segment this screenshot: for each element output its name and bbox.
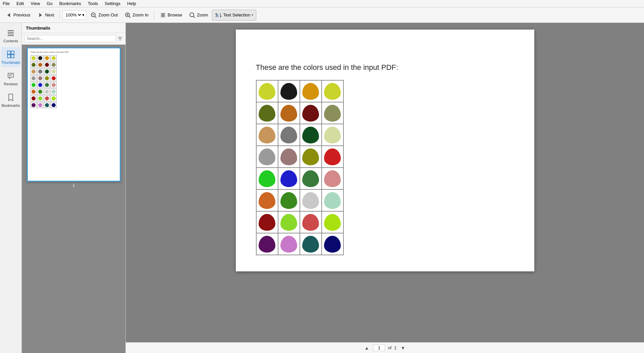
browse-button[interactable]: Browse (157, 10, 185, 20)
zoom-tool-button[interactable]: Zoom (186, 10, 211, 20)
zoom-select[interactable]: 50% 75% 100% 125% 150% 200% (64, 12, 82, 18)
color-cell (278, 168, 300, 189)
page-next-button[interactable]: ▼ (399, 345, 407, 351)
thumbnail-page-1[interactable]: These are the colors used in the input P… (24, 47, 123, 188)
thumbnails-label: Thumbnails (1, 60, 20, 64)
zoom-in-icon (124, 12, 131, 18)
sidebar-item-bookmarks[interactable]: Bookmarks (1, 90, 20, 110)
thumbnails-list[interactable]: These are the colors used in the input P… (22, 45, 125, 353)
text-selection-label: Text Selection (223, 12, 250, 17)
color-cell (322, 124, 343, 146)
mini-cell (31, 55, 37, 61)
color-cell (256, 124, 278, 146)
text-selection-dropdown-icon: ▾ (252, 13, 253, 17)
thumbnails-title: Thumbnails (26, 26, 50, 31)
color-cell (256, 189, 278, 211)
mini-cell (31, 75, 37, 81)
sidebar-item-reviews[interactable]: Reviews (1, 69, 20, 89)
menu-edit[interactable]: Edit (15, 0, 25, 7)
zoom-in-button[interactable]: Zoom In (122, 10, 151, 20)
mini-cell (51, 82, 57, 88)
mini-cell (44, 55, 50, 61)
mini-cell (44, 69, 50, 75)
thumbnail-mini-grid (31, 55, 117, 108)
color-cell (300, 146, 322, 168)
color-cell (300, 124, 322, 146)
color-cell (278, 124, 300, 146)
page-previous-button[interactable]: ▲ (363, 345, 371, 351)
mini-cell (37, 69, 43, 75)
svg-rect-19 (7, 55, 10, 58)
next-label: Next (45, 12, 54, 17)
zoom-dropdown-icon: ▾ (82, 12, 85, 17)
svg-line-8 (129, 16, 130, 18)
menu-help[interactable]: Help (126, 0, 138, 7)
mini-cell (51, 55, 57, 61)
thumbnails-icon (6, 50, 15, 59)
mini-cell (37, 95, 43, 101)
color-cell (300, 80, 322, 102)
mini-cell (31, 102, 37, 108)
bookmarks-label: Bookmarks (1, 103, 20, 107)
bookmarks-icon (6, 93, 15, 102)
thumbnails-search-input[interactable] (24, 35, 116, 42)
zoom-out-button[interactable]: Zoom Out (88, 10, 120, 20)
mini-cell (44, 75, 50, 81)
color-grid (256, 80, 344, 255)
menu-view[interactable]: View (29, 0, 41, 7)
color-cell (256, 211, 278, 233)
svg-rect-18 (11, 51, 14, 54)
sidebar-inner: Contents Thumbnails (0, 23, 125, 353)
mini-cell (51, 62, 57, 68)
color-cell (322, 233, 343, 255)
menu-file[interactable]: File (1, 0, 11, 7)
browse-label: Browse (168, 12, 182, 17)
thumbnail-frame-1: These are the colors used in the input P… (27, 47, 121, 182)
zoom-out-icon (90, 12, 97, 18)
thumbnail-content-1: These are the colors used in the input P… (28, 48, 120, 111)
next-button[interactable]: Next (35, 10, 57, 20)
mini-cell (37, 55, 43, 61)
previous-button[interactable]: Previous (3, 10, 33, 20)
svg-rect-17 (7, 51, 10, 54)
mini-cell (44, 82, 50, 88)
contents-label: Contents (3, 39, 18, 43)
color-cell (256, 102, 278, 124)
menu-bookmarks[interactable]: Bookmarks (58, 0, 83, 7)
zoom-tool-label: Zoom (197, 12, 208, 17)
page-total: 1 (394, 345, 396, 350)
mini-cell (51, 102, 57, 108)
thumbnails-panel: Thumbnails These are the colors used (22, 23, 125, 353)
color-cell (300, 211, 322, 233)
previous-label: Previous (13, 12, 31, 17)
color-cell (278, 233, 300, 255)
next-icon (37, 12, 44, 18)
filter-icon[interactable] (117, 36, 123, 41)
text-selection-button[interactable]: A Text Selection ▾ (212, 10, 256, 20)
menu-settings[interactable]: Settings (103, 0, 122, 7)
mini-cell (37, 82, 43, 88)
color-cell (278, 102, 300, 124)
pdf-viewer[interactable]: These are the colors used in the input P… (126, 23, 644, 353)
reviews-icon (6, 71, 15, 81)
contents-icon (6, 28, 15, 38)
sidebar: Contents Thumbnails (0, 23, 126, 353)
mini-cell (37, 75, 43, 81)
mini-cell (51, 69, 57, 75)
color-cell (300, 168, 322, 189)
color-cell (256, 146, 278, 168)
sidebar-item-contents[interactable]: Contents (1, 26, 20, 46)
toolbar: Previous Next 50% 75% 100% 125% 150% 200… (0, 7, 644, 23)
color-cell (322, 189, 343, 211)
color-cell (278, 189, 300, 211)
mini-cell (31, 69, 37, 75)
menu-go[interactable]: Go (45, 0, 54, 7)
menu-tools[interactable]: Tools (87, 0, 99, 7)
svg-line-4 (95, 16, 96, 18)
zoom-selector[interactable]: 50% 75% 100% 125% 150% 200% ▾ (62, 10, 86, 20)
color-cell (256, 233, 278, 255)
page-current-input[interactable] (373, 345, 385, 351)
sidebar-item-thumbnails[interactable]: Thumbnails (1, 47, 20, 67)
pdf-page-1: These are the colors used in the input P… (236, 30, 534, 271)
thumbnails-header: Thumbnails (22, 23, 125, 33)
